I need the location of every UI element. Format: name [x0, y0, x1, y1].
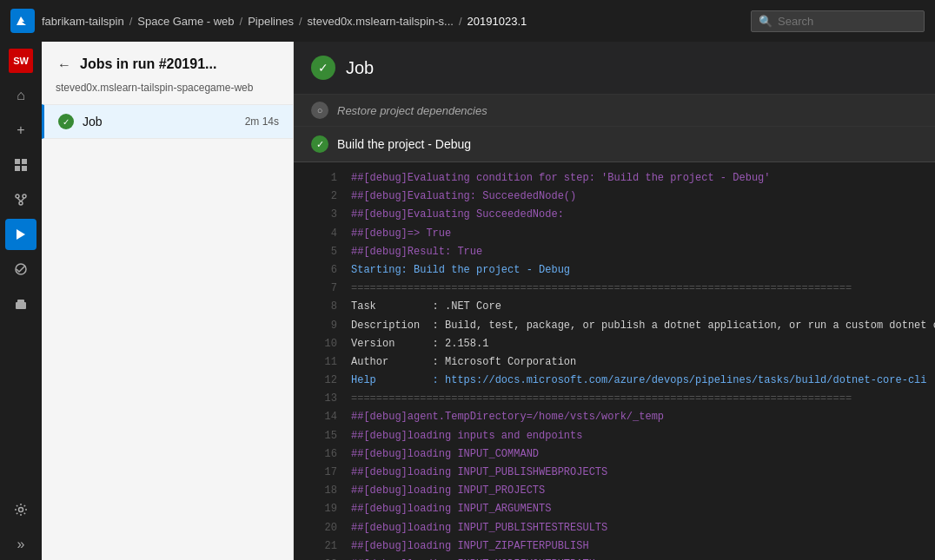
log-text: ##[debug]loading INPUT_ARGUMENTS	[351, 501, 551, 517]
sidebar-item-settings[interactable]	[5, 494, 36, 525]
main-layout: SW ⌂ + » ← Jobs in run #20191... steved0…	[0, 42, 935, 560]
log-line: 18##[debug]loading INPUT_PROJECTS	[294, 482, 935, 500]
line-number: 17	[311, 464, 337, 481]
log-line: 6Starting: Build the project - Debug	[294, 261, 935, 280]
breadcrumb-sep-4: /	[459, 15, 462, 28]
svg-point-6	[19, 201, 23, 205]
breadcrumb-pipeline[interactable]: steved0x.mslearn-tailspin-s...	[308, 15, 454, 28]
job-status-icon: ✓	[58, 114, 74, 129]
log-line: 20##[debug]loading INPUT_PUBLISHTESTRESU…	[294, 519, 935, 537]
top-nav: fabrikam-tailspin / Space Game - web / P…	[0, 0, 935, 42]
log-text: ##[debug]=> True	[351, 226, 451, 242]
log-text: ##[debug]loading INPUT_PROJECTS	[351, 483, 545, 499]
log-text: Task : .NET Core	[351, 299, 501, 315]
log-area[interactable]: 1##[debug]Evaluating condition for step:…	[294, 162, 935, 560]
job-header: ✓ Job	[294, 42, 935, 95]
collapsed-step[interactable]: ○ Restore project dependencies	[294, 95, 935, 127]
sidebar-item-artifacts[interactable]	[5, 288, 36, 320]
log-line: 16##[debug]loading INPUT_COMMAND	[294, 445, 935, 464]
line-number: 13	[311, 391, 337, 407]
log-line: 1##[debug]Evaluating condition for step:…	[294, 169, 935, 188]
log-line: 10Version : 2.158.1	[294, 335, 935, 353]
sidebar-item-expand[interactable]: »	[5, 529, 36, 560]
sidebar-item-home[interactable]: ⌂	[5, 80, 36, 111]
active-step-header[interactable]: ✓ Build the project - Debug	[294, 127, 935, 162]
sidebar-item-add[interactable]: +	[5, 115, 36, 146]
log-line: 21##[debug]loading INPUT_ZIPAFTERPUBLISH	[294, 537, 935, 556]
search-box[interactable]: 🔍	[751, 10, 925, 32]
log-line: 12Help : https://docs.microsoft.com/azur…	[294, 372, 935, 390]
azure-logo[interactable]	[10, 9, 35, 33]
panel-title: Jobs in run #20191...	[80, 56, 216, 74]
line-number: 6	[311, 262, 337, 279]
search-input[interactable]	[778, 15, 917, 28]
search-icon: 🔍	[759, 15, 773, 28]
log-line: 4##[debug]=> True	[294, 225, 935, 243]
log-line: 5##[debug]Result: True	[294, 243, 935, 261]
log-line: 14##[debug]agent.TempDirectory=/home/vst…	[294, 408, 935, 426]
line-number: 20	[311, 520, 337, 537]
active-step-icon: ✓	[311, 135, 328, 153]
svg-point-5	[23, 194, 26, 198]
line-number: 2	[311, 188, 337, 205]
sidebar-item-boards[interactable]	[5, 149, 36, 181]
log-text: ##[debug]agent.TempDirectory=/home/vsts/…	[351, 409, 664, 425]
line-number: 3	[311, 207, 337, 223]
log-text: ##[debug]loading INPUT_PUBLISHTESTRESULT…	[351, 520, 607, 537]
log-text: ##[debug]loading INPUT_PUBLISHWEBPROJECT…	[351, 464, 607, 481]
job-item[interactable]: ✓ Job 2m 14s	[42, 104, 293, 139]
svg-point-4	[16, 194, 19, 198]
log-line: 11Author : Microsoft Corporation	[294, 353, 935, 372]
breadcrumb-sep-2: /	[240, 15, 243, 28]
log-text: Version : 2.158.1	[351, 336, 488, 352]
breadcrumb: fabrikam-tailspin / Space Game - web / P…	[42, 15, 744, 28]
line-number: 12	[311, 372, 337, 389]
sidebar-icons: SW ⌂ + »	[0, 42, 42, 560]
line-number: 1	[311, 170, 337, 187]
panel-subtitle: steved0x.mslearn-tailspin-spacegame-web	[42, 82, 293, 104]
svg-rect-2	[15, 166, 20, 171]
breadcrumb-project[interactable]: Space Game - web	[137, 15, 234, 28]
log-line: 3##[debug]Evaluating SucceededNode:	[294, 206, 935, 224]
log-text: ##[debug]Evaluating SucceededNode:	[351, 207, 564, 223]
active-step-title: Build the project - Debug	[337, 137, 471, 151]
line-number: 22	[311, 557, 337, 560]
log-line: 8Task : .NET Core	[294, 298, 935, 316]
line-number: 11	[311, 354, 337, 371]
right-content: ✓ Job ○ Restore project dependencies ✓ B…	[294, 42, 935, 560]
log-text: ##[debug]loading inputs and endpoints	[351, 428, 582, 445]
svg-line-8	[21, 198, 24, 201]
line-number: 4	[311, 226, 337, 242]
log-line: 7=======================================…	[294, 280, 935, 298]
log-line: 22##[debug]loading INPUT_MODIFYOUTPUTPAT…	[294, 556, 935, 560]
breadcrumb-pipelines[interactable]: Pipelines	[248, 15, 294, 28]
breadcrumb-org[interactable]: fabrikam-tailspin	[42, 15, 124, 28]
breadcrumb-run: 20191023.1	[468, 15, 527, 28]
back-button[interactable]: ←	[56, 56, 73, 75]
log-text: Help : https://docs.microsoft.com/azure/…	[351, 372, 927, 389]
line-number: 19	[311, 501, 337, 517]
sidebar-item-testplans[interactable]	[5, 254, 36, 285]
svg-line-7	[17, 198, 21, 201]
sidebar-item-pipelines[interactable]	[5, 219, 36, 250]
avatar[interactable]: SW	[9, 49, 33, 73]
job-success-icon: ✓	[311, 56, 335, 80]
line-number: 21	[311, 538, 337, 555]
log-line: 19##[debug]loading INPUT_ARGUMENTS	[294, 500, 935, 518]
log-text: ========================================…	[351, 391, 852, 407]
log-line: 15##[debug]loading inputs and endpoints	[294, 427, 935, 445]
log-text: ##[debug]loading INPUT_MODIFYOUTPUTPATH	[351, 557, 595, 560]
job-duration: 2m 14s	[245, 115, 279, 128]
log-line: 9Description : Build, test, package, or …	[294, 317, 935, 335]
log-text: ##[debug]Result: True	[351, 244, 482, 260]
svg-rect-11	[16, 302, 26, 309]
breadcrumb-sep-3: /	[299, 15, 302, 28]
log-line: 17##[debug]loading INPUT_PUBLISHWEBPROJE…	[294, 464, 935, 482]
left-panel-header: ← Jobs in run #20191...	[42, 42, 293, 82]
line-number: 14	[311, 409, 337, 425]
log-text: ##[debug]loading INPUT_COMMAND	[351, 446, 539, 463]
breadcrumb-sep-1: /	[129, 15, 133, 28]
sidebar-item-repos[interactable]	[5, 184, 36, 215]
log-text: Author : Microsoft Corporation	[351, 354, 576, 371]
line-number: 9	[311, 318, 337, 334]
